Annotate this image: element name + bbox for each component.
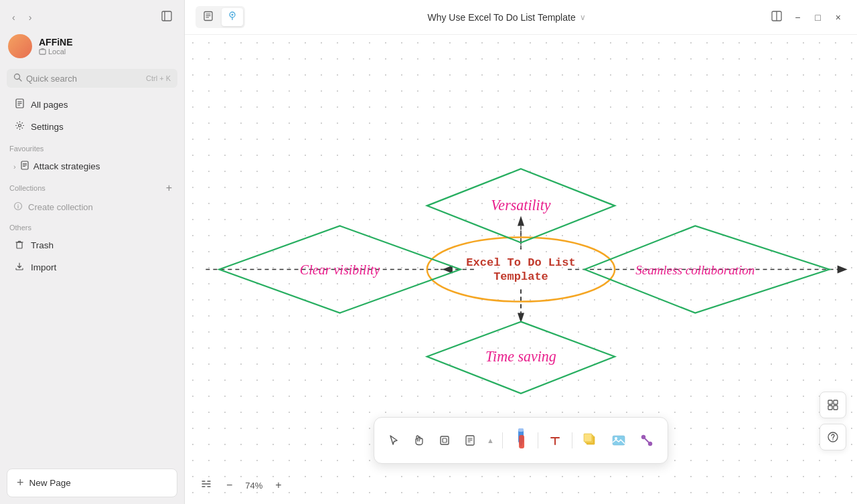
svg-rect-61: [519, 435, 524, 448]
new-page-button[interactable]: + New Page: [7, 469, 177, 497]
svg-rect-60: [518, 428, 524, 432]
workspace-type: Local: [39, 48, 176, 56]
attack-strategies-label: Attack strategies: [33, 161, 100, 171]
search-label: Quick search: [26, 74, 142, 84]
note-tool-button[interactable]: [459, 430, 481, 450]
toolbar-separator-1: [502, 432, 503, 448]
workspace-name: AFFiNE: [39, 37, 176, 48]
canvas[interactable]: Excel To Do List Template Versatility Ti…: [185, 35, 857, 504]
topbar-right-buttons: − □ ×: [768, 7, 846, 27]
bottom-toolbar-container: ▲: [374, 417, 668, 464]
fit-width-button[interactable]: [196, 476, 217, 495]
svg-point-9: [18, 124, 21, 127]
zoom-in-button[interactable]: +: [270, 477, 287, 494]
svg-point-75: [828, 432, 838, 442]
import-label: Import: [31, 262, 56, 272]
svg-rect-54: [443, 438, 447, 442]
svg-rect-0: [162, 11, 171, 21]
image-tool-button[interactable]: [606, 429, 631, 452]
svg-rect-74: [834, 406, 838, 410]
svg-point-76: [832, 439, 833, 440]
forward-button[interactable]: ›: [25, 9, 36, 25]
frame-tool-button[interactable]: [433, 430, 456, 450]
svg-point-26: [232, 14, 234, 16]
svg-point-3: [15, 74, 20, 80]
create-collection-label: Create collection: [28, 202, 93, 212]
connector-tool-button[interactable]: [634, 429, 659, 452]
bottom-toolbar: ▲: [374, 417, 668, 464]
hand-tool-button[interactable]: [408, 430, 431, 450]
toolbar-separator-3: [572, 432, 572, 448]
minimize-button[interactable]: −: [789, 9, 805, 26]
svg-text:Template: Template: [493, 270, 548, 283]
info-icon: [13, 201, 23, 213]
avatar: [8, 34, 32, 58]
svg-line-69: [645, 438, 649, 442]
search-icon: [13, 73, 22, 84]
zoom-bar: − 74% +: [196, 476, 287, 495]
layout-toggle-button[interactable]: [768, 7, 785, 27]
topbar: Why Use Excel To Do List Template ∨ − □ …: [185, 0, 857, 35]
svg-text:Seamless collaboration: Seamless collaboration: [635, 263, 755, 277]
main-nav: All pages Settings: [0, 92, 184, 139]
select-tool-button[interactable]: [382, 430, 405, 450]
svg-rect-72: [834, 400, 838, 404]
svg-rect-64: [584, 434, 592, 442]
zoom-out-button[interactable]: −: [221, 477, 238, 494]
trash-label: Trash: [31, 240, 54, 250]
favourites-section-title: Favourites: [0, 139, 184, 155]
diagram-mode-button[interactable]: [222, 8, 243, 26]
sidebar-bottom: + New Page: [0, 462, 184, 504]
doc-mode-button[interactable]: [198, 8, 219, 26]
all-pages-label: All pages: [31, 100, 68, 110]
sidebar-item-all-pages[interactable]: All pages: [4, 94, 180, 115]
collections-section-title: Collections +: [0, 177, 184, 196]
text-tool-button[interactable]: [544, 430, 566, 450]
page-icon: [20, 161, 29, 172]
maximize-button[interactable]: □: [809, 9, 826, 26]
others-section-title: Others: [0, 218, 184, 234]
sidebar-item-settings[interactable]: Settings: [4, 116, 180, 137]
svg-rect-2: [40, 49, 46, 54]
page-title: Why Use Excel To Do List Template: [427, 12, 575, 23]
svg-text:Excel To Do List: Excel To Do List: [466, 256, 575, 269]
doc-type-buttons: [196, 6, 245, 28]
toggle-sidebar-button[interactable]: [157, 8, 176, 26]
svg-rect-73: [828, 406, 832, 410]
pen-tool-button[interactable]: [508, 423, 532, 458]
svg-text:Versatility: Versatility: [491, 197, 551, 214]
new-page-label: New Page: [29, 478, 71, 488]
toolbar-expand-button[interactable]: ▲: [484, 434, 497, 447]
svg-line-4: [19, 79, 21, 81]
close-button[interactable]: ×: [830, 9, 846, 26]
zoom-level: 74%: [242, 481, 266, 491]
settings-icon: [13, 120, 25, 133]
help-button[interactable]: [820, 424, 846, 450]
settings-label: Settings: [31, 122, 64, 132]
search-bar[interactable]: Quick search Ctrl + K: [7, 69, 177, 88]
title-chevron-icon: ∨: [580, 13, 586, 22]
sidebar: ‹ › AFFiNE Local Quick search Ctrl + K: [0, 0, 185, 504]
grid-view-button[interactable]: [820, 392, 846, 418]
svg-rect-17: [17, 242, 22, 248]
svg-marker-33: [518, 216, 524, 226]
svg-point-16: [17, 204, 18, 205]
new-page-plus-icon: +: [17, 476, 24, 490]
main-content: Why Use Excel To Do List Template ∨ − □ …: [185, 0, 857, 504]
back-button[interactable]: ‹: [8, 9, 19, 25]
svg-text:Clear visibility: Clear visibility: [300, 262, 380, 278]
import-icon: [13, 262, 25, 273]
sidebar-item-import[interactable]: Import: [4, 257, 180, 278]
sidebar-item-attack-strategies[interactable]: › Attack strategies: [4, 156, 180, 177]
workspace-info: AFFiNE Local: [39, 37, 176, 56]
svg-text:Time saving: Time saving: [485, 348, 556, 365]
create-collection-item[interactable]: Create collection: [4, 197, 180, 218]
shape-tool-button[interactable]: [578, 429, 603, 452]
add-collection-button[interactable]: +: [163, 183, 175, 193]
svg-rect-53: [441, 436, 449, 444]
sidebar-header: ‹ ›: [0, 0, 184, 31]
trash-icon: [13, 240, 25, 251]
all-pages-icon: [13, 98, 25, 110]
chevron-icon: ›: [13, 163, 16, 171]
sidebar-item-trash[interactable]: Trash: [4, 235, 180, 256]
